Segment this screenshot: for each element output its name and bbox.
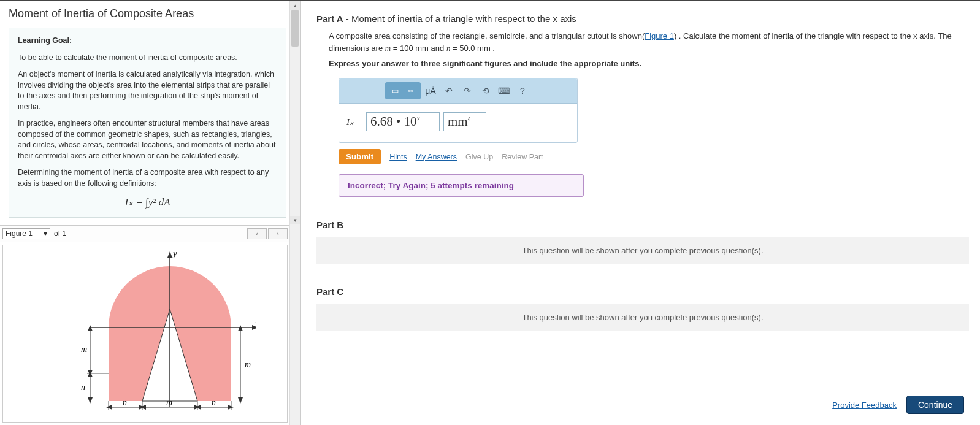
svg-marker-4: [88, 397, 93, 404]
footer: Provide Feedback Continue: [316, 391, 969, 419]
figure-link[interactable]: Figure 1: [645, 31, 674, 40]
svg-marker-3: [88, 371, 93, 377]
figure-of: of 1: [54, 229, 66, 238]
scroll-thumb[interactable]: [291, 10, 299, 47]
goal-intro: To be able to calculate the moment of in…: [18, 53, 277, 64]
my-answers-link[interactable]: My Answers: [416, 153, 457, 161]
learning-goal-box: Learning Goal: To be able to calculate t…: [9, 28, 286, 218]
reset-icon[interactable]: ⟲: [477, 83, 494, 99]
x-arrow-icon: [252, 325, 256, 330]
goal-para3: Determining the moment of inertia of a c…: [18, 167, 277, 189]
value-input[interactable]: 6.68 • 107: [366, 112, 440, 131]
scroll-up-icon[interactable]: ▴: [290, 1, 300, 10]
right-pane: Part A - Moment of inertia of a triangle…: [301, 1, 980, 425]
svg-marker-0: [88, 325, 93, 331]
continue-button[interactable]: Continue: [906, 396, 964, 414]
provide-feedback-link[interactable]: Provide Feedback: [832, 400, 897, 410]
svg-marker-17: [140, 405, 146, 410]
part-a-header: Part A - Moment of inertia of a triangle…: [316, 13, 969, 24]
dim-n-bottom1: n: [123, 398, 127, 407]
undo-icon[interactable]: ↶: [440, 83, 457, 99]
part-a-label: Part A: [316, 13, 343, 24]
ix-label: Iₓ =: [346, 117, 362, 128]
svg-marker-8: [238, 397, 243, 404]
hints-link[interactable]: Hints: [389, 153, 407, 161]
dropdown-icon: ▾: [44, 229, 47, 238]
give-up-link[interactable]: Give Up: [465, 153, 493, 161]
units-tool[interactable]: μÅ: [422, 83, 439, 99]
scroll-down-icon[interactable]: ▾: [290, 216, 300, 224]
dim-n-bottom2: n: [212, 398, 216, 407]
review-part-link[interactable]: Review Part: [502, 153, 543, 161]
figure-svg: y x m n m: [35, 248, 256, 419]
fraction-icon[interactable]: ▭: [388, 84, 402, 98]
dim-m-bottom: m: [166, 398, 172, 407]
figure-prev-button[interactable]: ‹: [247, 228, 267, 239]
page-title: Moment of Inertia of Composite Areas: [9, 5, 286, 28]
svg-marker-20: [195, 405, 201, 410]
dim-m-right: m: [245, 360, 251, 369]
goal-para2: In practice, engineers often encounter s…: [18, 118, 277, 161]
divider: [316, 280, 969, 280]
answer-toolbar: ▭ ▫▫ μÅ ↶ ↷ ⟲ ⌨ ?: [339, 78, 577, 104]
part-b-locked: This question will be shown after you co…: [316, 237, 969, 264]
figure-label: Figure 1: [6, 229, 33, 238]
part-b-label: Part B: [316, 220, 969, 230]
figure-bar: Figure 1 ▾ of 1 ‹ ›: [0, 225, 300, 242]
figure-area: y x m n m: [2, 245, 288, 423]
template-icon[interactable]: ▫▫: [404, 84, 418, 98]
unit-input[interactable]: mm4: [443, 112, 486, 131]
template-tool[interactable]: ▭ ▫▫: [385, 82, 421, 99]
y-arrow-icon: [167, 251, 172, 258]
part-a-instruction: Express your answer to three significant…: [329, 59, 969, 68]
left-pane: ▴ ▾ Moment of Inertia of Composite Areas…: [0, 1, 301, 425]
svg-marker-7: [238, 325, 243, 331]
part-c-label: Part C: [316, 286, 969, 297]
keyboard-icon[interactable]: ⌨: [496, 83, 513, 99]
axis-y-label: y: [172, 248, 177, 258]
action-row: Submit Hints My Answers Give Up Review P…: [339, 149, 969, 164]
goal-para1: An object's moment of inertia is calcula…: [18, 69, 277, 112]
part-a-description: A composite area consisting of the recta…: [329, 30, 969, 54]
svg-marker-14: [106, 405, 112, 410]
figure-next-button[interactable]: ›: [268, 228, 288, 239]
answer-box: ▭ ▫▫ μÅ ↶ ↷ ⟲ ⌨ ? Iₓ = 6.68 • 107 mm4: [339, 78, 578, 143]
part-a-title: - Moment of inertia of a triangle with r…: [343, 13, 576, 24]
part-c-locked: This question will be shown after you co…: [316, 304, 969, 331]
help-icon[interactable]: ?: [514, 83, 531, 99]
dim-m-left: m: [81, 345, 87, 354]
svg-marker-21: [228, 405, 234, 410]
figure-select[interactable]: Figure 1 ▾: [2, 228, 50, 239]
axis-x-label: x: [255, 315, 256, 324]
submit-button[interactable]: Submit: [339, 149, 381, 164]
divider: [316, 213, 969, 213]
scrollbar[interactable]: ▴ ▾: [289, 1, 300, 425]
goal-header: Learning Goal:: [18, 36, 277, 47]
feedback-message: Incorrect; Try Again; 5 attempts remaini…: [339, 174, 584, 197]
dim-n-left: n: [81, 383, 85, 392]
formula: Iₓ = ∫y² dA: [18, 195, 277, 210]
redo-icon[interactable]: ↷: [459, 83, 476, 99]
